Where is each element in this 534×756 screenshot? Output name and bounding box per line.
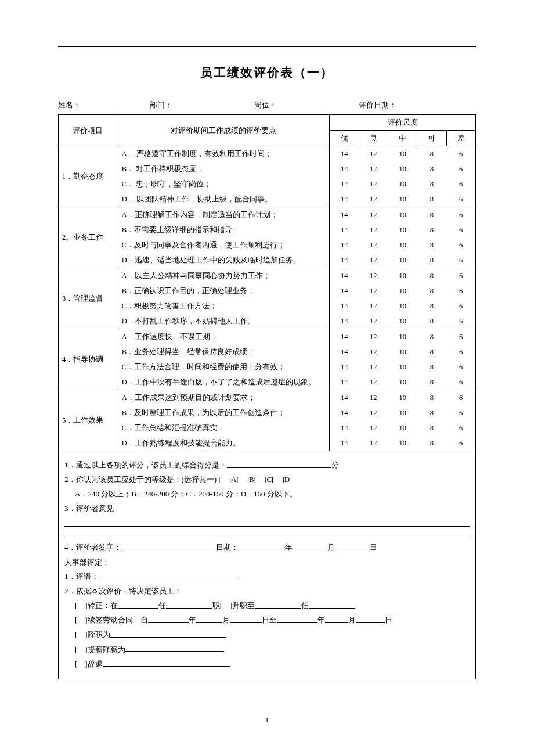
- score-cell[interactable]: 8: [417, 298, 446, 314]
- blank-total-score[interactable]: [227, 459, 331, 467]
- score-cell[interactable]: 12: [359, 253, 388, 268]
- score-cell[interactable]: 14: [330, 253, 359, 268]
- blank[interactable]: [356, 614, 385, 622]
- score-cell[interactable]: 6: [446, 298, 475, 314]
- blank[interactable]: [110, 629, 226, 637]
- score-cell[interactable]: 14: [330, 375, 359, 390]
- score-cell[interactable]: 8: [417, 268, 446, 284]
- score-cell[interactable]: 14: [330, 283, 359, 298]
- score-cell[interactable]: 14: [330, 298, 359, 314]
- blank[interactable]: [325, 614, 348, 622]
- score-cell[interactable]: 14: [330, 237, 359, 253]
- score-cell[interactable]: 8: [417, 192, 446, 207]
- score-cell[interactable]: 8: [417, 222, 446, 237]
- score-cell[interactable]: 6: [446, 222, 475, 237]
- score-cell[interactable]: 12: [359, 329, 388, 345]
- score-cell[interactable]: 6: [446, 177, 475, 192]
- score-cell[interactable]: 6: [446, 420, 475, 435]
- score-cell[interactable]: 8: [417, 253, 446, 268]
- blank[interactable]: [148, 614, 189, 622]
- blank[interactable]: [309, 600, 355, 608]
- score-cell[interactable]: 6: [446, 329, 475, 345]
- score-cell[interactable]: 12: [359, 268, 388, 284]
- score-cell[interactable]: 14: [330, 344, 359, 359]
- blank[interactable]: [230, 614, 262, 622]
- score-cell[interactable]: 14: [330, 177, 359, 192]
- score-cell[interactable]: 10: [388, 237, 417, 253]
- score-cell[interactable]: 8: [417, 359, 446, 375]
- score-cell[interactable]: 10: [388, 298, 417, 314]
- score-cell[interactable]: 10: [388, 435, 417, 451]
- score-cell[interactable]: 14: [330, 222, 359, 237]
- score-cell[interactable]: 6: [446, 375, 475, 390]
- score-cell[interactable]: 12: [359, 435, 388, 451]
- score-cell[interactable]: 10: [388, 390, 417, 406]
- score-cell[interactable]: 6: [446, 435, 475, 451]
- blank-opinion-line[interactable]: [64, 530, 470, 538]
- blank-day[interactable]: [335, 542, 370, 550]
- score-cell[interactable]: 14: [330, 435, 359, 451]
- score-cell[interactable]: 6: [446, 359, 475, 375]
- score-cell[interactable]: 6: [446, 192, 475, 207]
- score-cell[interactable]: 10: [388, 146, 417, 162]
- score-cell[interactable]: 14: [330, 329, 359, 345]
- score-cell[interactable]: 14: [330, 268, 359, 284]
- blank[interactable]: [255, 600, 301, 608]
- score-cell[interactable]: 10: [388, 283, 417, 298]
- score-cell[interactable]: 14: [330, 161, 359, 177]
- score-cell[interactable]: 12: [359, 298, 388, 314]
- blank-opinion-line[interactable]: [64, 519, 470, 527]
- score-cell[interactable]: 14: [330, 405, 359, 420]
- score-cell[interactable]: 6: [446, 161, 475, 177]
- score-cell[interactable]: 10: [388, 253, 417, 268]
- blank-month[interactable]: [293, 542, 327, 550]
- score-cell[interactable]: 14: [330, 192, 359, 207]
- score-cell[interactable]: 14: [330, 146, 359, 162]
- score-cell[interactable]: 12: [359, 161, 388, 177]
- score-cell[interactable]: 10: [388, 192, 417, 207]
- score-cell[interactable]: 10: [388, 420, 417, 435]
- score-cell[interactable]: 6: [446, 390, 475, 406]
- score-cell[interactable]: 12: [359, 237, 388, 253]
- blank-year[interactable]: [239, 542, 285, 550]
- score-cell[interactable]: 12: [359, 192, 388, 207]
- blank[interactable]: [118, 600, 158, 608]
- score-cell[interactable]: 10: [388, 344, 417, 359]
- blank[interactable]: [103, 658, 230, 667]
- blank[interactable]: [277, 614, 317, 622]
- score-cell[interactable]: 10: [388, 375, 417, 390]
- score-cell[interactable]: 6: [446, 253, 475, 268]
- score-cell[interactable]: 8: [417, 161, 446, 177]
- score-cell[interactable]: 8: [417, 344, 446, 359]
- score-cell[interactable]: 12: [359, 146, 388, 162]
- score-cell[interactable]: 12: [359, 207, 388, 223]
- score-cell[interactable]: 8: [417, 375, 446, 390]
- score-cell[interactable]: 12: [359, 314, 388, 329]
- blank-sign[interactable]: [121, 542, 214, 550]
- score-cell[interactable]: 6: [446, 314, 475, 329]
- score-cell[interactable]: 8: [417, 329, 446, 345]
- score-cell[interactable]: 14: [330, 390, 359, 406]
- score-cell[interactable]: 12: [359, 283, 388, 298]
- blank[interactable]: [166, 600, 212, 608]
- score-cell[interactable]: 8: [417, 177, 446, 192]
- score-cell[interactable]: 10: [388, 161, 417, 177]
- score-cell[interactable]: 12: [359, 375, 388, 390]
- score-cell[interactable]: 10: [388, 222, 417, 237]
- blank[interactable]: [125, 644, 224, 652]
- score-cell[interactable]: 6: [446, 207, 475, 223]
- score-cell[interactable]: 6: [446, 146, 475, 162]
- score-cell[interactable]: 14: [330, 207, 359, 223]
- score-cell[interactable]: 8: [417, 237, 446, 253]
- score-cell[interactable]: 10: [388, 207, 417, 223]
- score-cell[interactable]: 12: [359, 420, 388, 435]
- score-cell[interactable]: 12: [359, 390, 388, 406]
- score-cell[interactable]: 14: [330, 314, 359, 329]
- score-cell[interactable]: 8: [417, 283, 446, 298]
- score-cell[interactable]: 8: [417, 314, 446, 329]
- score-cell[interactable]: 10: [388, 268, 417, 284]
- score-cell[interactable]: 8: [417, 435, 446, 451]
- score-cell[interactable]: 14: [330, 420, 359, 435]
- score-cell[interactable]: 12: [359, 177, 388, 192]
- blank[interactable]: [196, 614, 222, 622]
